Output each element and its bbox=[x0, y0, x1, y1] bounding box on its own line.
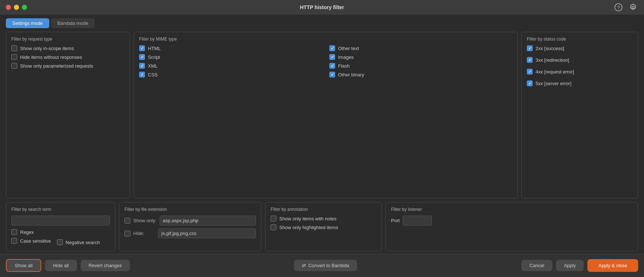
request-type-label-0: Show only in-scope items bbox=[20, 46, 74, 51]
gear-icon[interactable] bbox=[628, 2, 638, 12]
convert-to-bambda-button[interactable]: ⇄ Convert to Bambda bbox=[294, 260, 357, 271]
filter-file-ext-panel: Filter by file extension Show only: Hide… bbox=[119, 202, 261, 251]
request-type-label-2: Show only parameterized requests bbox=[20, 63, 93, 69]
show-all-button[interactable]: Show all bbox=[6, 259, 41, 272]
search-input[interactable] bbox=[11, 216, 110, 225]
minimize-traffic-light[interactable] bbox=[14, 5, 19, 10]
request-type-item-0[interactable]: Show only in-scope items bbox=[11, 45, 124, 51]
mime-col1-item-3[interactable]: CSS bbox=[139, 72, 322, 77]
search-option-negative[interactable]: Negative search bbox=[57, 238, 100, 247]
mime-col2-item-3[interactable]: Other binary bbox=[329, 72, 512, 77]
status-item-1[interactable]: 3xx [redirection] bbox=[527, 57, 633, 63]
apply-close-button[interactable]: Apply & close bbox=[587, 259, 638, 272]
mime-grid: HTML Script XML CSS bbox=[139, 45, 512, 77]
filter-request-type-panel: Filter by request type Show only in-scop… bbox=[6, 32, 130, 198]
search-label-case: Case sensitive bbox=[20, 238, 51, 244]
bottom-row: Filter by search term Regex Case sensiti… bbox=[6, 202, 638, 251]
port-row: Port bbox=[391, 216, 633, 225]
status-cb-2[interactable] bbox=[527, 69, 533, 75]
filter-status-code-panel: Filter by status code 2xx [success] 3xx … bbox=[521, 32, 638, 198]
port-input[interactable] bbox=[403, 216, 432, 225]
annotation-cb-1[interactable] bbox=[271, 224, 276, 230]
mime-col2-cb-3[interactable] bbox=[329, 72, 335, 77]
search-cb-case[interactable] bbox=[11, 238, 17, 244]
status-cb-1[interactable] bbox=[527, 57, 533, 63]
search-option-regex[interactable]: Regex bbox=[11, 229, 110, 235]
help-icon[interactable]: ? bbox=[613, 2, 624, 12]
search-label-negative: Negative search bbox=[66, 240, 100, 245]
mime-col2-item-2[interactable]: Flash bbox=[329, 63, 512, 69]
status-label-3: 5xx [server error] bbox=[536, 81, 571, 86]
mime-col2-item-1[interactable]: Images bbox=[329, 54, 512, 60]
revert-changes-button[interactable]: Revert changes bbox=[81, 260, 130, 271]
close-traffic-light[interactable] bbox=[6, 5, 11, 10]
status-item-0[interactable]: 2xx [success] bbox=[527, 45, 633, 51]
mime-col1: HTML Script XML CSS bbox=[139, 45, 322, 77]
svg-text:?: ? bbox=[617, 5, 620, 10]
apply-button[interactable]: Apply bbox=[556, 260, 584, 271]
settings-mode-button[interactable]: Settings mode bbox=[6, 18, 49, 28]
mime-col1-item-2[interactable]: XML bbox=[139, 63, 322, 69]
filter-annotation-panel: Filter by annotation Show only items wit… bbox=[265, 202, 382, 251]
file-ext-show-only-row: Show only: bbox=[124, 216, 256, 225]
filter-mime-type-panel: Filter by MIME type HTML Script XML bbox=[134, 32, 518, 198]
footer: Show all Hide all Revert changes ⇄ Conve… bbox=[0, 254, 644, 277]
bambda-mode-button[interactable]: Bambda mode bbox=[51, 18, 95, 28]
mime-col2-label-1: Images bbox=[338, 54, 354, 60]
filter-annotation-legend: Filter by annotation bbox=[271, 207, 376, 212]
request-type-label-1: Hide items without responses bbox=[20, 54, 82, 60]
filter-search-legend: Filter by search term bbox=[11, 207, 110, 212]
titlebar: HTTP history filter ? bbox=[0, 0, 644, 15]
mime-col2-cb-0[interactable] bbox=[329, 45, 335, 51]
file-ext-hide-input[interactable] bbox=[158, 228, 256, 238]
filter-file-ext-legend: Filter by file extension bbox=[124, 207, 256, 212]
status-cb-3[interactable] bbox=[527, 80, 533, 86]
cancel-button[interactable]: Cancel bbox=[521, 260, 552, 271]
traffic-lights bbox=[6, 5, 27, 10]
status-item-2[interactable]: 4xx [request error] bbox=[527, 69, 633, 75]
mime-col2-item-0[interactable]: Other text bbox=[329, 45, 512, 51]
mime-col1-cb-1[interactable] bbox=[139, 54, 145, 60]
file-ext-hide-label: Hide: bbox=[133, 231, 155, 236]
file-ext-show-only-label: Show only: bbox=[133, 218, 157, 223]
file-ext-show-only-input[interactable] bbox=[160, 216, 256, 225]
mime-col2: Other text Images Flash Other binary bbox=[329, 45, 512, 77]
request-type-cb-2[interactable] bbox=[11, 63, 17, 69]
mime-col2-cb-2[interactable] bbox=[329, 63, 335, 69]
request-type-cb-0[interactable] bbox=[11, 45, 17, 51]
status-cb-0[interactable] bbox=[527, 45, 533, 51]
search-option-case[interactable]: Case sensitive bbox=[11, 238, 51, 244]
status-grid: 2xx [success] 3xx [redirection] 4xx [req… bbox=[527, 45, 633, 86]
mime-col1-item-1[interactable]: Script bbox=[139, 54, 322, 60]
mode-bar: Settings mode Bambda mode bbox=[0, 15, 644, 32]
file-ext-hide-cb[interactable] bbox=[124, 231, 130, 236]
mime-col2-label-2: Flash bbox=[338, 63, 350, 69]
mime-col1-cb-3[interactable] bbox=[139, 72, 145, 77]
search-cb-regex[interactable] bbox=[11, 229, 17, 235]
search-cb-negative[interactable] bbox=[57, 239, 63, 245]
filter-listener-panel: Filter by listener Port bbox=[386, 202, 638, 251]
annotation-label-0: Show only items with notes bbox=[279, 216, 337, 221]
hide-all-button[interactable]: Hide all bbox=[45, 260, 77, 271]
annotation-item-0[interactable]: Show only items with notes bbox=[271, 216, 376, 221]
mime-col2-cb-1[interactable] bbox=[329, 54, 335, 60]
mime-col1-item-0[interactable]: HTML bbox=[139, 45, 322, 51]
annotation-label-1: Show only highlighted items bbox=[279, 225, 338, 230]
mime-col1-label-1: Script bbox=[148, 54, 160, 60]
request-type-cb-1[interactable] bbox=[11, 54, 17, 60]
filter-mime-type-legend: Filter by MIME type bbox=[139, 37, 512, 42]
status-label-2: 4xx [request error] bbox=[536, 69, 574, 75]
mime-col1-cb-0[interactable] bbox=[139, 45, 145, 51]
request-type-item-2[interactable]: Show only parameterized requests bbox=[11, 63, 124, 69]
request-type-item-1[interactable]: Hide items without responses bbox=[11, 54, 124, 60]
annotation-cb-0[interactable] bbox=[271, 216, 276, 221]
port-label: Port bbox=[391, 218, 400, 223]
search-label-regex: Regex bbox=[20, 229, 34, 235]
file-ext-show-only-cb[interactable] bbox=[124, 218, 130, 224]
status-item-3[interactable]: 5xx [server error] bbox=[527, 80, 633, 86]
mime-col1-cb-2[interactable] bbox=[139, 63, 145, 69]
annotation-item-1[interactable]: Show only highlighted items bbox=[271, 224, 376, 230]
maximize-traffic-light[interactable] bbox=[22, 5, 27, 10]
titlebar-actions: ? bbox=[613, 2, 638, 12]
filter-search-panel: Filter by search term Regex Case sensiti… bbox=[6, 202, 115, 251]
